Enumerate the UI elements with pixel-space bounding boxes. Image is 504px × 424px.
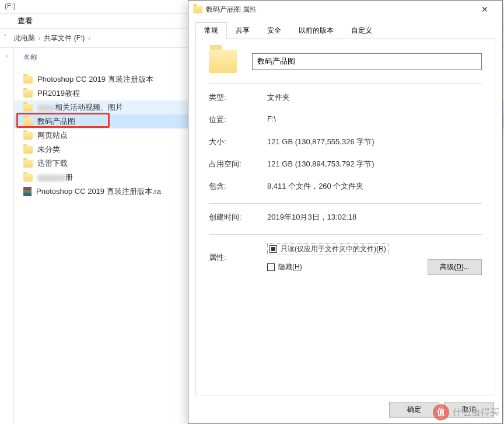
dialog-footer: 确定 取消	[188, 395, 502, 423]
breadcrumb-drive[interactable]: 共享文件 (F:)	[44, 33, 85, 43]
dialog-titlebar[interactable]: 数码产品图 属性 ✕	[188, 1, 502, 18]
value-created: 2019年10月3日，13:02:18	[267, 212, 482, 223]
breadcrumb-pc[interactable]: 此电脑	[14, 33, 35, 43]
ok-button[interactable]: 确定	[389, 402, 439, 418]
folder-icon	[23, 146, 33, 154]
label-disk: 占用空间:	[209, 159, 267, 169]
nav-up-icon[interactable]: ˄	[4, 34, 7, 42]
menu-view[interactable]: 查看	[18, 16, 33, 25]
cancel-button[interactable]: 取消	[444, 402, 494, 418]
checkbox-hidden-label: 隐藏(H)	[278, 262, 302, 272]
label-type: 类型:	[209, 92, 267, 103]
folder-icon	[193, 6, 202, 13]
tab-strip: 常规 共享 安全 以前的版本 自定义	[195, 22, 495, 39]
explorer-title-text: (F:)	[5, 2, 16, 10]
file-name: 相关活动视频、图片	[37, 102, 123, 113]
rar-icon	[23, 187, 32, 196]
value-contains: 8,411 个文件，260 个文件夹	[267, 181, 482, 192]
folder-icon	[23, 132, 33, 140]
file-name: 数码产品图	[37, 116, 75, 127]
close-icon: ✕	[481, 5, 488, 14]
close-button[interactable]: ✕	[471, 1, 498, 18]
checkbox-mixed-icon	[270, 245, 277, 253]
checkbox-readonly-label: 只读(仅应用于文件夹中的文件)(R)	[281, 244, 386, 254]
chevron-right-icon: ›	[88, 35, 90, 41]
folder-icon	[23, 118, 33, 126]
folder-large-icon	[209, 50, 237, 73]
chevron-right-icon[interactable]: ›	[6, 53, 8, 59]
folder-icon	[23, 160, 33, 168]
folder-icon	[23, 174, 33, 182]
folder-icon	[23, 104, 33, 112]
folder-icon	[23, 90, 33, 98]
file-name: Photoshop CC 2019 直装注册版本	[37, 74, 153, 85]
label-attributes: 属性:	[209, 252, 267, 263]
properties-dialog: 数码产品图 属性 ✕ 常规 共享 安全 以前的版本 自定义 类型: 文件夹 位置…	[188, 0, 503, 424]
file-name: 网页站点	[37, 130, 68, 141]
dialog-title-text: 数码产品图 属性	[206, 5, 257, 15]
label-size: 大小:	[209, 137, 267, 147]
divider	[209, 84, 482, 84]
folder-name-input[interactable]	[252, 53, 482, 70]
tab-share[interactable]: 共享	[227, 22, 258, 39]
tab-content-general: 类型: 文件夹 位置: F:\ 大小: 121 GB (130,877,555,…	[195, 39, 495, 395]
divider	[209, 234, 482, 235]
file-name: 迅雷下载	[37, 158, 68, 169]
file-name: 册	[37, 172, 73, 183]
value-type: 文件夹	[267, 92, 482, 103]
tab-general[interactable]: 常规	[195, 22, 227, 39]
checkbox-empty-icon	[267, 263, 275, 271]
checkbox-readonly[interactable]: 只读(仅应用于文件夹中的文件)(R)	[267, 243, 388, 255]
divider	[209, 203, 482, 204]
tab-versions[interactable]: 以前的版本	[290, 22, 342, 39]
tab-custom[interactable]: 自定义	[342, 22, 381, 39]
file-name: 未分类	[37, 144, 60, 155]
tab-security[interactable]: 安全	[258, 22, 290, 39]
chevron-right-icon: ›	[38, 35, 40, 41]
advanced-button[interactable]: 高级(D)...	[428, 259, 482, 275]
value-size: 121 GB (130,877,555,326 字节)	[267, 137, 482, 147]
value-location: F:\	[267, 114, 482, 125]
label-location: 位置:	[209, 114, 267, 125]
tree-panel[interactable]: ›	[0, 48, 14, 424]
value-disk: 121 GB (130,894,753,792 字节)	[267, 159, 482, 169]
folder-icon	[23, 76, 33, 84]
breadcrumb[interactable]: 此电脑 › 共享文件 (F:) ›	[14, 33, 90, 43]
label-contains: 包含:	[209, 181, 267, 192]
file-name: PR2019教程	[37, 88, 80, 99]
file-name: Pnotoshop CC 2019 直装注册版本.ra	[36, 186, 161, 197]
label-created: 创建时间:	[209, 212, 267, 223]
